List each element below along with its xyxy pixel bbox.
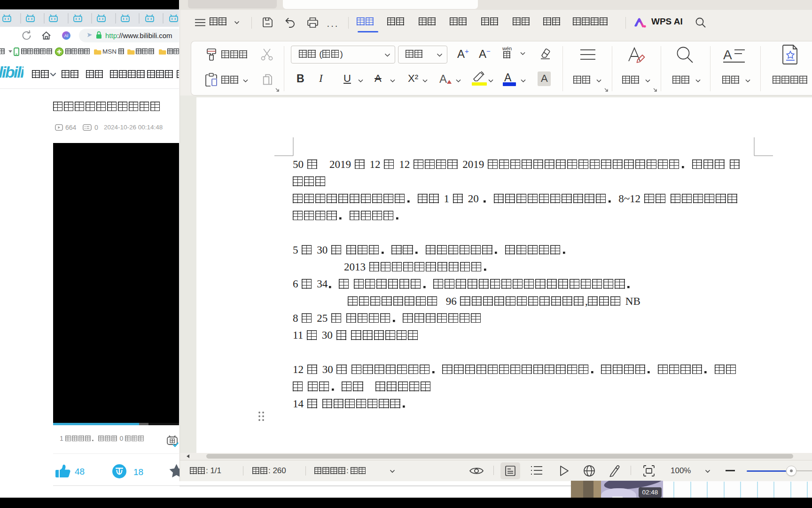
svg-text:AI: AI: [64, 33, 69, 38]
svg-text:A: A: [723, 48, 732, 62]
